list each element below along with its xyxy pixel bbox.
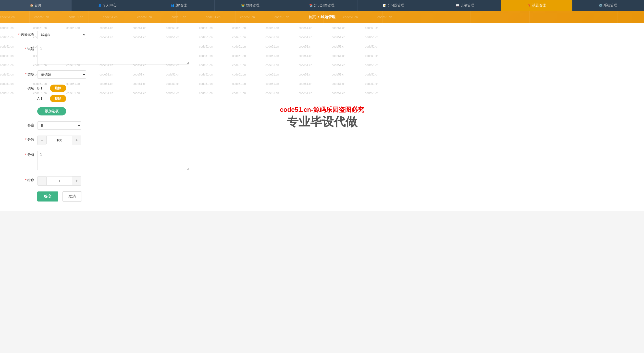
- main-content: code51.cncode51.cncode51.cncode51.cncode…: [0, 23, 644, 211]
- course-icon: 📖: [456, 4, 460, 7]
- breadcrumb-current: 试题管理: [321, 15, 336, 19]
- option-item-b: B.1 删除: [37, 84, 66, 92]
- options-label: 选项: [15, 84, 34, 91]
- type-select-wrapper: 单选题 多选题 判断题 填空题: [37, 70, 86, 79]
- nav-knowledge-manage[interactable]: 📚 知识分类管理: [286, 0, 358, 11]
- score-increase-button[interactable]: +: [72, 136, 81, 145]
- sort-decrease-button[interactable]: −: [38, 176, 46, 185]
- type-row: *类型 单选题 多选题 判断题 填空题: [15, 70, 629, 79]
- score-value: 100: [46, 136, 72, 144]
- answer-select[interactable]: A B C D: [38, 122, 81, 130]
- delete-option-a-button[interactable]: 删除: [50, 95, 66, 102]
- group-icon: 👥: [171, 4, 174, 7]
- sort-stepper: − I +: [37, 176, 81, 186]
- sort-label: *排序: [15, 176, 34, 183]
- nav-system-manage[interactable]: ⚙️ 系统管理: [572, 0, 644, 11]
- nav-exercise-manage[interactable]: 📝 予习题管理: [358, 0, 429, 11]
- breadcrumb-banner: code51.cn code51.cn code51.cn code51.cn …: [0, 11, 644, 23]
- analysis-input[interactable]: 1: [37, 151, 189, 170]
- gear-icon: ⚙️: [599, 4, 602, 7]
- breadcrumb: 首页 / 试题管理: [308, 15, 336, 19]
- breadcrumb-home[interactable]: 首页: [308, 15, 316, 19]
- analysis-label: *分析: [15, 151, 34, 157]
- option-item-a: A.1 删除: [37, 95, 66, 102]
- nav-question-manage[interactable]: ❓ 试题管理: [501, 0, 572, 11]
- nav-teacher-center[interactable]: 👤 个人中心: [72, 0, 143, 11]
- options-area: B.1 删除 A.1 删除 添加选项: [37, 84, 66, 116]
- option-a-label: A.1: [37, 96, 47, 100]
- top-navigation: 🏠 首页 👤 个人中心 👥 加/管理 👨‍🏫 教师管理 📚 知识分类管理 📝 予…: [0, 0, 644, 11]
- teacher-icon: 👨‍🏫: [241, 4, 245, 7]
- submit-row: 提交 取消: [15, 192, 629, 202]
- answer-select-wrapper: A B C D: [37, 121, 81, 130]
- question-form: *选择试卷 试卷1 试卷2 试卷3 试卷4 *试题 1 *类型: [15, 31, 629, 202]
- answer-row: 答案 A B C D: [15, 121, 629, 130]
- sort-increase-button[interactable]: +: [72, 176, 81, 185]
- score-label: *分数: [15, 136, 34, 142]
- option-b-label: B.1: [37, 86, 47, 90]
- exam-paper-label: *选择试卷: [15, 31, 34, 37]
- person-icon: 👤: [98, 4, 102, 7]
- score-stepper: − 100 +: [37, 136, 81, 145]
- home-icon: 🏠: [30, 4, 34, 7]
- question-title-row: *试题 1: [15, 45, 629, 64]
- exam-paper-select-wrapper: 试卷1 试卷2 试卷3 试卷4: [37, 31, 86, 39]
- pencil-icon: 📝: [382, 4, 386, 7]
- type-label: *类型: [15, 70, 34, 77]
- nav-home[interactable]: 🏠 首页: [0, 0, 72, 11]
- book-icon: 📚: [309, 4, 313, 7]
- cancel-button[interactable]: 取消: [62, 192, 82, 202]
- submit-button[interactable]: 提交: [37, 192, 58, 202]
- sort-value: I: [46, 177, 72, 185]
- breadcrumb-separator: /: [318, 15, 319, 19]
- analysis-row: *分析 1: [15, 151, 629, 170]
- sort-row: *排序 − I +: [15, 176, 629, 186]
- nav-student-manage[interactable]: 👥 加/管理: [143, 0, 215, 11]
- nav-course-manage[interactable]: 📖 班级管理: [429, 0, 501, 11]
- delete-option-b-button[interactable]: 删除: [50, 84, 66, 92]
- question-title-label: *试题: [15, 45, 34, 51]
- score-row: *分数 − 100 +: [15, 136, 629, 145]
- score-decrease-button[interactable]: −: [38, 136, 46, 145]
- options-row: 选项 B.1 删除 A.1 删除 添加选项: [15, 84, 629, 116]
- type-select[interactable]: 单选题 多选题 判断题 填空题: [37, 70, 86, 79]
- answer-label: 答案: [15, 121, 34, 128]
- question-title-input[interactable]: 1: [37, 45, 189, 64]
- exam-paper-select[interactable]: 试卷1 试卷2 试卷3 试卷4: [37, 31, 86, 39]
- nav-teacher-manage[interactable]: 👨‍🏫 教师管理: [215, 0, 286, 11]
- exam-paper-row: *选择试卷 试卷1 试卷2 试卷3 试卷4: [15, 31, 629, 39]
- add-option-button[interactable]: 添加选项: [37, 107, 66, 116]
- question-icon: ❓: [527, 4, 531, 7]
